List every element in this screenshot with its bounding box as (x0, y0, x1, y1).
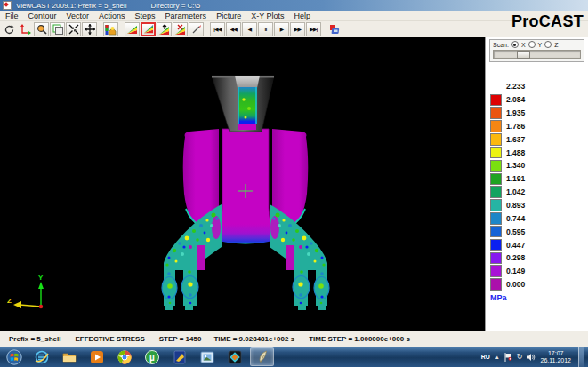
axis-y-label: Y (38, 274, 44, 282)
scan-radio-y[interactable] (528, 41, 536, 48)
legend-color-swatch (490, 147, 502, 159)
legend-row: 1.191 (490, 172, 525, 186)
legend-value: 0.893 (506, 201, 525, 210)
record-movie-button[interactable] (327, 22, 342, 36)
explorer-taskbar-button[interactable] (57, 347, 81, 366)
probe-button[interactable] (189, 22, 204, 36)
contour-style-3-button[interactable] (157, 22, 172, 36)
hidden-icons-chevron[interactable]: ▲ (495, 355, 500, 360)
menu-item-actions[interactable]: Actions (99, 11, 125, 21)
show-desktop-button[interactable] (578, 347, 584, 367)
viewport-3d[interactable]: Y Z (0, 37, 485, 331)
scan-slider[interactable] (493, 50, 581, 59)
viewcast-feather-taskbar-button[interactable] (250, 347, 274, 366)
chrome-taskbar-button[interactable] (112, 347, 136, 366)
pause-button[interactable]: Ⅱ (258, 22, 273, 36)
diamond-app-icon (227, 349, 243, 365)
last-step-button[interactable]: ▶▶| (306, 22, 321, 36)
step-back-button[interactable]: ◀ (242, 22, 257, 36)
title-bar[interactable]: ViewCAST 2009.1: Prefix = 5_shell Direct… (0, 0, 588, 11)
scan-radio-x[interactable] (511, 41, 519, 48)
status-prefix: Prefix = 5_shell (9, 335, 60, 343)
copy-view-button[interactable] (50, 22, 65, 36)
fast-forward-button[interactable]: ▶▶ (290, 22, 305, 36)
language-indicator[interactable]: RU (481, 354, 490, 360)
legend-color-swatch (490, 186, 502, 198)
axes-triad-button[interactable] (18, 22, 33, 36)
menu-item-x-y-plots[interactable]: X-Y Plots (251, 11, 284, 21)
sync-icon[interactable]: ↻ (517, 354, 523, 361)
legend-color-swatch (490, 239, 502, 251)
ie-taskbar-button[interactable] (29, 347, 53, 366)
legend-color-swatch (490, 160, 502, 172)
blue-document-taskbar-button[interactable] (167, 347, 191, 366)
legend-value: 1.042 (506, 187, 525, 196)
color-map-button[interactable] (103, 22, 118, 36)
menu-item-help[interactable]: Help (294, 11, 311, 21)
menu-item-contour[interactable]: Contour (28, 11, 57, 21)
utorrent-taskbar-button[interactable]: µ (140, 347, 164, 366)
svg-text:µ: µ (149, 352, 155, 362)
menu-item-parameters[interactable]: Parameters (165, 11, 207, 21)
contour-style-1-button[interactable] (125, 22, 140, 36)
scan-option-x-label: X (521, 42, 526, 48)
action-center-flag-icon[interactable] (504, 353, 512, 362)
zoom-button[interactable] (34, 22, 49, 36)
scan-radio-z[interactable] (544, 41, 552, 48)
stress-model: Y Z (0, 37, 485, 331)
menu-item-file[interactable]: File (5, 11, 19, 21)
scan-slider-thumb[interactable] (517, 51, 530, 59)
legend-color-swatch (490, 133, 502, 146)
taskbar-icons: µ (0, 347, 274, 366)
status-step: STEP = 1450 (159, 335, 202, 343)
diamond-app-taskbar-button[interactable] (222, 347, 246, 366)
chrome-icon (117, 349, 133, 365)
legend-value: 1.786 (506, 122, 525, 131)
contour-style-4-button[interactable] (173, 22, 188, 36)
taskbar-clock[interactable]: 17:07 26.11.2012 (540, 350, 571, 364)
contour-style-3-icon (158, 24, 170, 36)
viewcast-app-icon (3, 1, 12, 10)
legend-row: 2.233 (490, 80, 525, 93)
legend-value: 0.000 (506, 280, 525, 289)
menu-item-vector[interactable]: Vector (67, 11, 90, 21)
start-button[interactable] (2, 347, 26, 366)
clock-date: 26.11.2012 (540, 357, 571, 364)
legend-color-swatch (490, 199, 502, 211)
status-quantity: EFFECTIVE STRESS (75, 335, 144, 343)
legend-value: 0.149 (506, 267, 525, 275)
status-bar: Prefix = 5_shell EFFECTIVE STRESS STEP =… (0, 331, 588, 347)
window-title: ViewCAST 2009.1: Prefix = 5_shell (16, 2, 126, 10)
axes-triad: Y Z (7, 274, 44, 308)
scan-panel: Scan: X Y Z (489, 39, 584, 62)
rotate-view-button[interactable] (2, 22, 17, 36)
scan-label: Scan: (493, 42, 509, 48)
axes-triad-icon (20, 24, 31, 36)
pan-button[interactable] (82, 22, 97, 36)
photo-viewer-taskbar-button[interactable] (195, 347, 219, 366)
legend-value: 1.637 (506, 135, 525, 144)
speaker-icon[interactable] (527, 353, 536, 362)
runner-right (270, 204, 329, 310)
media-player-taskbar-button[interactable] (85, 347, 109, 366)
legend-color-swatch (490, 107, 502, 119)
legend-value: 2.233 (506, 82, 525, 91)
play-button[interactable]: ▶ (274, 22, 289, 36)
axis-z-label: Z (7, 297, 12, 305)
fit-view-button[interactable] (66, 22, 81, 36)
first-step-button[interactable]: |◀◀ (210, 22, 225, 36)
legend-color-swatch (490, 226, 502, 238)
legend-color-swatch (490, 265, 502, 277)
legend-value: 1.488 (506, 148, 525, 157)
menu-item-steps[interactable]: Steps (135, 11, 156, 21)
taskbar: µ (0, 347, 588, 367)
menu-item-picture[interactable]: Picture (216, 11, 241, 21)
legend-color-swatch (490, 212, 502, 225)
windows-start-icon (6, 349, 22, 365)
contour-style-2-button[interactable] (141, 22, 156, 36)
legend-value: 1.191 (506, 174, 525, 183)
fast-rewind-button[interactable]: ◀◀ (226, 22, 241, 36)
menu-bar: FileContourVectorActionsStepsParametersP… (0, 11, 588, 21)
pouring-cone (212, 76, 274, 132)
legend-unit: MPa (490, 293, 525, 302)
